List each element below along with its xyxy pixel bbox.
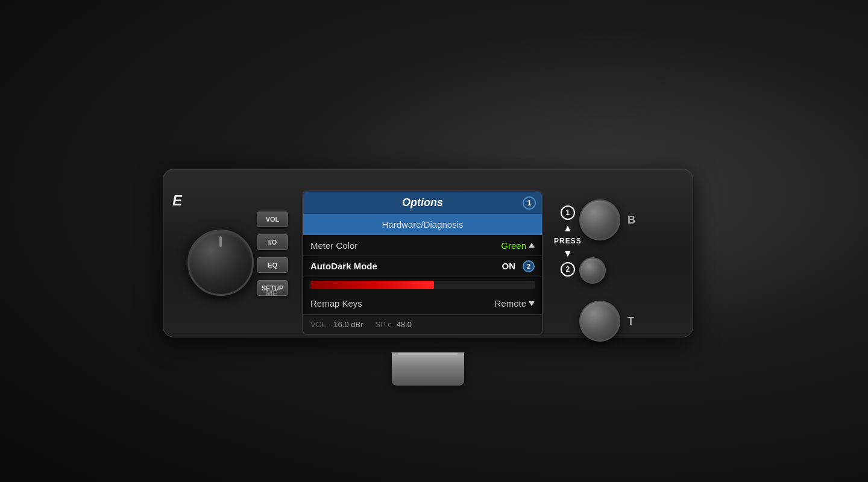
me-label: ME	[266, 289, 278, 298]
meter-color-label: Meter Color	[310, 240, 357, 251]
nav-down-arrow-icon: ▼	[563, 249, 573, 258]
remap-keys-row[interactable]: Remap Keys Remote	[303, 293, 542, 315]
sp-status-value: 48.0	[397, 320, 412, 329]
progress-bar-fill	[310, 281, 434, 289]
device-container: E VOL I/O EQ SETUP ME Options 1	[163, 157, 705, 362]
autodark-mode-row[interactable]: AutoDark Mode ON 2	[303, 256, 542, 277]
autodark-label: AutoDark Mode	[310, 261, 377, 271]
nav-press-label: PRESS	[554, 237, 582, 245]
btn-t-container: T	[579, 301, 635, 342]
btn-b-container: B	[579, 199, 635, 240]
vol-button[interactable]: VOL	[257, 211, 288, 227]
eq-button[interactable]: EQ	[257, 257, 288, 273]
display-inner: Options 1 Hardware/Diagnosis Meter Color…	[303, 192, 542, 334]
nav-badge-1: 1	[561, 205, 575, 220]
io-button[interactable]: I/O	[257, 234, 288, 250]
btn-small[interactable]	[579, 257, 606, 284]
btn-b[interactable]	[579, 199, 620, 240]
meter-color-value: Green	[501, 240, 535, 251]
submenu-row[interactable]: Hardware/Diagnosis	[303, 214, 542, 235]
progress-bar	[310, 281, 535, 289]
volume-knob-section	[181, 208, 260, 317]
btn-t-label: T	[627, 315, 634, 328]
sp-status-label: SP c	[376, 320, 392, 329]
round-buttons-section: B T	[579, 199, 635, 342]
status-row: VOL -16.0 dBr SP c 48.0	[303, 315, 542, 334]
vol-status-value: -16.0 dBr	[331, 320, 363, 329]
badge-2: 2	[523, 260, 535, 272]
meter-color-row[interactable]: Meter Color Green	[303, 235, 542, 256]
nav-badge-2: 2	[561, 262, 575, 277]
btn-t[interactable]	[579, 301, 620, 342]
side-buttons: VOL I/O EQ SETUP	[257, 211, 288, 296]
btn-b-label: B	[627, 214, 635, 227]
autodark-progress-row	[303, 277, 542, 293]
display-header: Options 1	[303, 192, 542, 214]
vol-status-label: VOL	[310, 320, 326, 329]
submenu-text: Hardware/Diagnosis	[382, 219, 463, 230]
down-arrow-icon	[529, 301, 535, 306]
up-arrow-icon	[529, 243, 535, 248]
device-body: E VOL I/O EQ SETUP ME Options 1	[163, 169, 693, 337]
btn-small-container	[579, 257, 635, 284]
brand-logo: E	[172, 192, 182, 209]
options-title: Options	[402, 196, 443, 209]
remap-keys-value: Remote	[494, 298, 535, 308]
header-badge: 1	[523, 196, 536, 210]
autodark-value: ON 2	[502, 260, 535, 272]
main-display: Options 1 Hardware/Diagnosis Meter Color…	[302, 190, 543, 335]
remap-keys-label: Remap Keys	[310, 298, 362, 308]
nav-up-arrow-icon: ▲	[563, 224, 573, 233]
volume-knob[interactable]	[187, 230, 254, 296]
device-mount	[392, 352, 464, 386]
